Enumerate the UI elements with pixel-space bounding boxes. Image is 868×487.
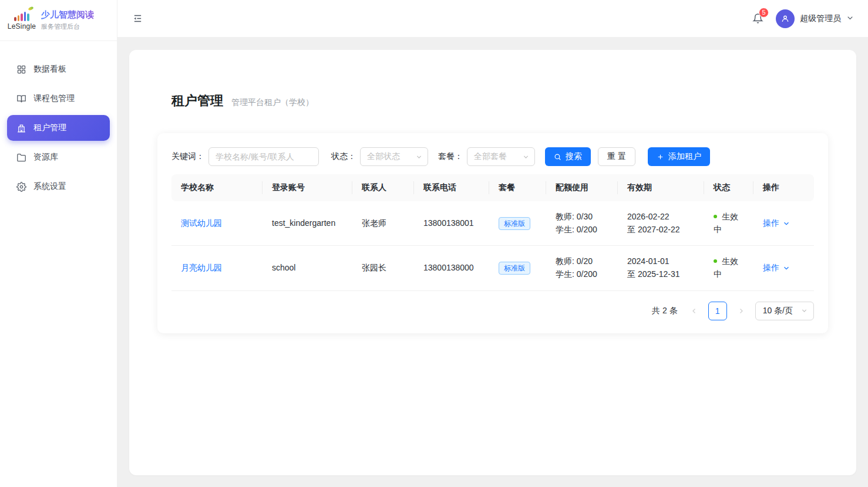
sidebar-item-dashboard[interactable]: 数据看板 xyxy=(7,56,110,82)
col-status: 状态 xyxy=(704,174,753,201)
sidebar-item-label: 租户管理 xyxy=(33,123,66,133)
dashboard-grid-icon xyxy=(16,65,26,75)
search-icon xyxy=(554,153,561,161)
tenant-table: 学校名称 登录账号 联系人 联系电话 套餐 配额使用 有效期 状态 操作 xyxy=(171,174,814,291)
table-row: 月亮幼儿园 school 张园长 13800138000 标准版 教师: 0/2… xyxy=(171,246,814,290)
status-dot xyxy=(714,215,717,218)
status-cell: 生效中 xyxy=(704,201,753,246)
total-count-label: 共 2 条 xyxy=(652,306,678,316)
plan-select[interactable]: 全部套餐 xyxy=(467,147,535,166)
keyword-label: 关键词： xyxy=(171,151,204,162)
sidebar-item-course-packages[interactable]: 课程包管理 xyxy=(7,86,110,111)
page-number-1[interactable]: 1 xyxy=(708,302,727,320)
col-quota: 配额使用 xyxy=(546,174,618,201)
add-tenant-button[interactable]: 添加租户 xyxy=(648,147,710,166)
chevron-down-icon xyxy=(801,307,808,314)
reset-button[interactable]: 重 置 xyxy=(598,147,635,166)
col-phone: 联系电话 xyxy=(414,174,489,201)
notification-count-badge: 5 xyxy=(759,8,769,18)
status-select[interactable]: 全部状态 xyxy=(360,147,428,166)
folder-icon xyxy=(16,153,26,163)
phone-cell: 13800138001 xyxy=(414,201,489,246)
table-header-row: 学校名称 登录账号 联系人 联系电话 套餐 配额使用 有效期 状态 操作 xyxy=(171,174,814,201)
menu-fold-icon[interactable] xyxy=(130,12,144,26)
user-menu[interactable]: 超级管理员 xyxy=(776,9,854,28)
sidebar-item-label: 数据看板 xyxy=(33,64,66,75)
building-icon xyxy=(16,123,26,133)
avatar xyxy=(776,9,795,28)
school-name-link[interactable]: 月亮幼儿园 xyxy=(181,263,222,272)
plan-badge: 标准版 xyxy=(499,217,530,230)
page-content: 租户管理 管理平台租户（学校） 关键词： 状态： 全部状态 xyxy=(117,38,868,487)
status-cell: 生效中 xyxy=(704,246,753,290)
table-row: 测试幼儿园 test_kindergarten 张老师 13800138001 … xyxy=(171,201,814,246)
contact-cell: 张老师 xyxy=(352,201,414,246)
app-title: 少儿智慧阅读 xyxy=(41,9,94,21)
chevron-down-icon xyxy=(846,13,854,24)
sidebar: LeSingle 少儿智慧阅读 服务管理后台 数据看板 课程包管理 xyxy=(0,0,117,487)
plus-icon xyxy=(657,153,664,161)
col-actions: 操作 xyxy=(753,174,814,201)
chevron-down-icon xyxy=(783,265,790,272)
lesingle-logo-icon: LeSingle xyxy=(8,11,35,31)
col-plan: 套餐 xyxy=(489,174,546,201)
row-actions-dropdown[interactable]: 操作 xyxy=(763,217,790,230)
plan-label: 套餐： xyxy=(438,151,463,162)
status-dot xyxy=(714,259,717,263)
book-icon xyxy=(16,94,26,104)
sidebar-item-resources[interactable]: 资源库 xyxy=(7,144,110,170)
quota-cell: 教师: 0/30 学生: 0/200 xyxy=(546,201,618,246)
page-size-select[interactable]: 10 条/页 xyxy=(755,302,814,320)
content-card: 租户管理 管理平台租户（学校） 关键词： 状态： 全部状态 xyxy=(129,50,856,475)
gear-icon xyxy=(16,182,26,192)
plan-badge: 标准版 xyxy=(499,262,530,275)
search-button[interactable]: 搜索 xyxy=(545,147,591,166)
brand-name: LeSingle xyxy=(8,22,36,31)
top-header: 5 超级管理员 xyxy=(117,0,868,38)
page-title: 租户管理 xyxy=(171,92,223,110)
app-root: LeSingle 少儿智慧阅读 服务管理后台 数据看板 课程包管理 xyxy=(0,0,868,487)
sidebar-menu: 数据看板 课程包管理 租户管理 资源库 xyxy=(0,41,117,199)
sidebar-item-label: 课程包管理 xyxy=(33,93,75,104)
chevron-down-icon xyxy=(416,154,422,160)
username-label: 超级管理员 xyxy=(800,13,841,24)
status-label: 状态： xyxy=(331,151,356,162)
pagination: 共 2 条 1 10 条/页 xyxy=(171,302,814,320)
app-subtitle: 服务管理后台 xyxy=(41,22,94,31)
col-contact: 联系人 xyxy=(352,174,414,201)
phone-cell: 13800138000 xyxy=(414,246,489,290)
notification-bell-icon[interactable]: 5 xyxy=(750,11,765,26)
sidebar-item-label: 资源库 xyxy=(33,152,58,163)
sidebar-item-tenants[interactable]: 租户管理 xyxy=(7,115,110,141)
account-cell: test_kindergarten xyxy=(263,201,352,246)
brand-logo: LeSingle 少儿智慧阅读 服务管理后台 xyxy=(0,0,117,41)
filter-bar: 关键词： 状态： 全部状态 套餐： 全部套餐 xyxy=(171,147,814,166)
validity-cell: 2026-02-22 至 2027-02-22 xyxy=(618,201,704,246)
school-name-link[interactable]: 测试幼儿园 xyxy=(181,218,222,228)
page-subtitle: 管理平台租户（学校） xyxy=(231,97,314,108)
next-page-icon[interactable] xyxy=(733,302,749,320)
sidebar-item-label: 系统设置 xyxy=(33,181,66,192)
row-actions-dropdown[interactable]: 操作 xyxy=(763,262,790,275)
prev-page-icon[interactable] xyxy=(686,302,702,320)
contact-cell: 张园长 xyxy=(352,246,414,290)
col-validity: 有效期 xyxy=(618,174,704,201)
tenant-panel: 关键词： 状态： 全部状态 套餐： 全部套餐 xyxy=(157,133,828,333)
col-school: 学校名称 xyxy=(171,174,263,201)
chevron-down-icon xyxy=(783,220,790,227)
validity-cell: 2024-01-01 至 2025-12-31 xyxy=(618,246,704,290)
quota-cell: 教师: 0/20 学生: 0/200 xyxy=(546,246,618,290)
sidebar-item-settings[interactable]: 系统设置 xyxy=(7,174,110,199)
chevron-down-icon xyxy=(523,154,529,160)
account-cell: school xyxy=(263,246,352,290)
keyword-input[interactable] xyxy=(208,147,319,166)
col-account: 登录账号 xyxy=(263,174,352,201)
